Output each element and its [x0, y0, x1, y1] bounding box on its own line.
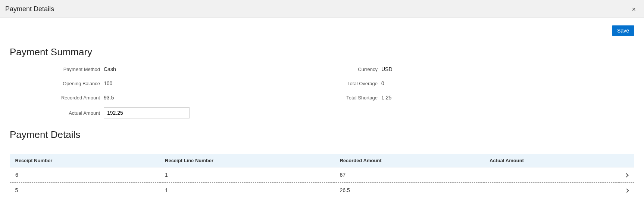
- recorded-amount-label: Recorded Amount: [10, 95, 104, 101]
- opening-balance-label: Opening Balance: [10, 81, 104, 86]
- col-actual-amount[interactable]: Actual Amount: [484, 154, 619, 167]
- actual-amount-row: Actual Amount: [10, 107, 219, 118]
- opening-balance-row: Opening Balance 100: [10, 79, 219, 88]
- currency-label: Currency: [248, 67, 381, 72]
- table-row[interactable]: 6167: [10, 167, 634, 183]
- total-overage-value: 0: [381, 80, 384, 86]
- header-bar: Payment Details ×: [0, 0, 644, 18]
- summary-section-title: Payment Summary: [10, 46, 634, 58]
- col-receipt-line-number[interactable]: Receipt Line Number: [160, 154, 334, 167]
- cell-actual-amount: [484, 183, 619, 198]
- payment-details-table: Receipt Number Receipt Line Number Recor…: [10, 154, 634, 198]
- col-receipt-number[interactable]: Receipt Number: [10, 154, 160, 167]
- close-button[interactable]: ×: [629, 6, 638, 13]
- cell-recorded-amount: 67: [334, 167, 484, 183]
- opening-balance-value: 100: [104, 80, 112, 86]
- currency-row: Currency USD: [248, 65, 457, 74]
- chevron-right-icon: [625, 173, 629, 177]
- table-header-row: Receipt Number Receipt Line Number Recor…: [10, 154, 634, 167]
- total-shortage-value: 1.25: [381, 95, 391, 101]
- cell-receipt-number: 5: [10, 183, 160, 198]
- col-expand: [619, 154, 634, 167]
- total-shortage-row: Total Shortage 1.25: [248, 93, 457, 102]
- currency-value: USD: [381, 66, 393, 72]
- close-icon: ×: [632, 6, 636, 13]
- cell-receipt-number: 6: [10, 167, 160, 183]
- summary-left-column: Payment Method Cash Opening Balance 100 …: [10, 65, 219, 118]
- payment-method-value: Cash: [104, 66, 116, 72]
- toolbar: Save: [10, 25, 634, 36]
- payment-method-row: Payment Method Cash: [10, 65, 219, 74]
- summary-right-column: Currency USD Total Overage 0 Total Short…: [248, 65, 457, 118]
- total-shortage-label: Total Shortage: [248, 95, 381, 101]
- table-row[interactable]: 5126.5: [10, 183, 634, 198]
- actual-amount-input[interactable]: [104, 107, 190, 118]
- recorded-amount-value: 93.5: [104, 95, 114, 101]
- content-area: Save Payment Summary Payment Method Cash…: [0, 18, 644, 202]
- cell-actual-amount: [484, 167, 619, 183]
- save-button[interactable]: Save: [612, 25, 634, 36]
- details-section-title: Payment Details: [10, 129, 634, 141]
- total-overage-label: Total Overage: [248, 81, 381, 86]
- page-title: Payment Details: [5, 5, 54, 13]
- cell-receipt-line-number: 1: [160, 183, 334, 198]
- chevron-right-icon: [625, 188, 629, 192]
- col-recorded-amount[interactable]: Recorded Amount: [334, 154, 484, 167]
- payment-method-label: Payment Method: [10, 67, 104, 72]
- expand-row-button[interactable]: [619, 167, 634, 183]
- summary-grid: Payment Method Cash Opening Balance 100 …: [10, 65, 634, 118]
- expand-row-button[interactable]: [619, 183, 634, 198]
- cell-receipt-line-number: 1: [160, 167, 334, 183]
- actual-amount-label: Actual Amount: [10, 110, 104, 116]
- recorded-amount-row: Recorded Amount 93.5: [10, 93, 219, 102]
- total-overage-row: Total Overage 0: [248, 79, 457, 88]
- cell-recorded-amount: 26.5: [334, 183, 484, 198]
